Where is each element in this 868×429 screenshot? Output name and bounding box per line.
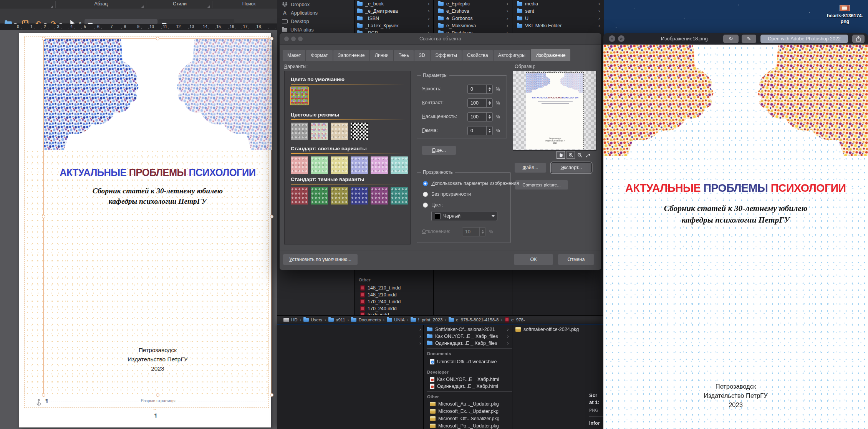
- quicklook-titlebar[interactable]: ✕ ⊘ Изображение18.png ↻ ✎ Open with Adob…: [603, 33, 868, 45]
- radio-color[interactable]: [423, 203, 428, 208]
- ok-button[interactable]: ОК: [514, 254, 553, 265]
- finder-item[interactable]: SoftMaker-Of...ssional-2021: [427, 327, 495, 332]
- markup-icon[interactable]: ✎: [742, 35, 756, 43]
- desktop-file-thumbnail[interactable]: [840, 5, 850, 11]
- finder-file[interactable]: Microsoft_Ex..._Updater.pkg: [430, 409, 499, 414]
- variant-dark-green[interactable]: [311, 187, 328, 205]
- zoom-in-tool[interactable]: [567, 151, 575, 159]
- finder-file[interactable]: Uninstall Offi...rt.webarchive: [430, 359, 497, 364]
- spinner-arrows[interactable]: [486, 126, 492, 135]
- contrast-field[interactable]: 100: [467, 98, 493, 108]
- finder-item[interactable]: e_Maksimova: [438, 23, 476, 28]
- finder-item[interactable]: _e_Дмитриева: [357, 8, 398, 14]
- finder-item[interactable]: _LaTex_Кручек: [357, 23, 399, 28]
- finder-file[interactable]: Как ONLYOF...E _ Хабр.html: [430, 377, 499, 382]
- variant-light-magenta[interactable]: [371, 156, 388, 174]
- finder-item[interactable]: media: [517, 1, 538, 7]
- variant-dark-purple[interactable]: [371, 187, 388, 205]
- finder-item[interactable]: e_Epileptic: [438, 1, 470, 7]
- more-button[interactable]: Еще...: [422, 145, 456, 155]
- selection-handle-ne[interactable]: [270, 37, 273, 40]
- finder-item[interactable]: e_Ershova: [438, 8, 469, 14]
- open-with-button[interactable]: Open with Adobe Photoshop 2022: [760, 35, 848, 43]
- tab-autoshapes[interactable]: Автофигуры: [494, 50, 530, 61]
- variant-light-yellow[interactable]: [331, 156, 348, 174]
- rotate-icon[interactable]: ↻: [723, 35, 739, 43]
- document-page[interactable]: АКТУАЛЬНЫЕ ПРОБЛЕМЫ ПСИХОЛОГИИ Сборник с…: [19, 33, 271, 427]
- cancel-button[interactable]: Отмена: [558, 254, 595, 265]
- finder-item[interactable]: _e_book: [357, 1, 384, 7]
- spinner-arrows[interactable]: [486, 113, 492, 121]
- ribbon-group-paragraph[interactable]: Абзац: [94, 1, 108, 7]
- path-item-file[interactable]: e_978-: [505, 317, 525, 323]
- sidebar-item-desktop[interactable]: Desktop: [282, 18, 309, 24]
- sidebar-item-applications[interactable]: A Applications: [282, 10, 318, 16]
- tab-effects[interactable]: Эффекты: [431, 50, 462, 61]
- sidebar-item-dropbox[interactable]: Dropbox: [282, 2, 310, 7]
- finder-item[interactable]: Как ONLYOF...E _ Хабр_files: [427, 334, 498, 339]
- variant-grayscale[interactable]: [291, 123, 308, 140]
- variant-default[interactable]: [291, 87, 308, 105]
- variant-dark-olive[interactable]: [331, 187, 348, 205]
- sample-preview-panel[interactable]: АКТУАЛЬНЫЕПРОБЛЕМЫПСИХОЛОГИИ Петрозаводс…: [513, 71, 596, 151]
- finder-item[interactable]: U: [517, 16, 528, 21]
- sidebar-item-unia-alias[interactable]: UNIA alias: [282, 27, 314, 33]
- finder-file[interactable]: 148_210.indd: [360, 292, 397, 298]
- hand-tool[interactable]: [557, 151, 565, 159]
- variant-dark-blue[interactable]: [351, 187, 368, 205]
- path-item[interactable]: a911: [328, 318, 345, 322]
- tab-image[interactable]: Изображение: [531, 49, 570, 61]
- export-button[interactable]: Экспорт...: [551, 163, 591, 173]
- selection-handle-sw[interactable]: [42, 393, 45, 397]
- finder-file[interactable]: 148_210_t.indd: [360, 285, 401, 291]
- finder-item[interactable]: VKL Metki Folder: [517, 23, 562, 28]
- brightness-field[interactable]: 0: [467, 85, 493, 94]
- selection-handle-e[interactable]: [270, 215, 273, 218]
- selection-handle-nw[interactable]: [42, 37, 45, 40]
- file-button[interactable]: Файл...: [514, 163, 547, 173]
- tab-fill[interactable]: Заполнение: [333, 50, 369, 61]
- tab-properties[interactable]: Свойства: [462, 50, 493, 61]
- spinner-arrows[interactable]: [486, 99, 492, 107]
- finder-file[interactable]: 170_240_t.indd: [360, 299, 401, 304]
- path-item[interactable]: e_978-5-8021-4158-8: [449, 318, 499, 322]
- variant-watermark[interactable]: [311, 123, 328, 140]
- tab-lines[interactable]: Линии: [370, 50, 393, 61]
- selection-handle-w[interactable]: [42, 215, 45, 218]
- variant-light-green[interactable]: [311, 156, 328, 174]
- finder-item[interactable]: Одиннадцат...E _ Хабр_files: [427, 341, 497, 346]
- selection-handle-n[interactable]: [156, 37, 159, 40]
- eyedropper-tool[interactable]: [584, 151, 592, 159]
- finder-item[interactable]: sent: [517, 8, 534, 14]
- tab-3d[interactable]: 3D: [414, 50, 430, 61]
- variant-light-cyan[interactable]: [391, 156, 408, 174]
- close-icon[interactable]: ✕: [609, 35, 615, 42]
- tab-layout[interactable]: Макет: [283, 50, 305, 61]
- move-handle-icon[interactable]: ↔: [153, 407, 157, 411]
- selection-handle-s[interactable]: [156, 393, 159, 397]
- transparency-color-dropdown[interactable]: Черный: [431, 211, 497, 221]
- saturation-field[interactable]: 100: [467, 112, 493, 121]
- finder-item[interactable]: e_Gorbonos: [438, 16, 473, 21]
- spinner-arrows[interactable]: [486, 85, 492, 93]
- selection-handle-se[interactable]: [270, 393, 273, 397]
- variant-dark-teal[interactable]: [391, 187, 408, 205]
- variant-dark-red[interactable]: [291, 187, 308, 205]
- zoom-out-tool[interactable]: [575, 151, 584, 159]
- tab-shadow[interactable]: Тень: [394, 50, 414, 61]
- finder-file[interactable]: 170_240.indd: [360, 306, 397, 311]
- path-item-hd[interactable]: HD: [283, 318, 298, 322]
- ribbon-group-styles[interactable]: Стили: [173, 1, 187, 7]
- variant-light-blue[interactable]: [351, 156, 368, 174]
- variant-light-red[interactable]: [291, 156, 308, 174]
- dialog-titlebar[interactable]: Свойства объекта: [280, 33, 601, 45]
- path-item[interactable]: Documents: [351, 318, 381, 322]
- share-icon[interactable]: [852, 35, 865, 43]
- gamma-field[interactable]: 0: [467, 126, 493, 135]
- compress-picture-button[interactable]: Compress picture...: [515, 180, 568, 190]
- fullscreen-disabled-icon[interactable]: ⊘: [618, 35, 624, 42]
- path-item[interactable]: Users: [303, 318, 322, 322]
- tab-format[interactable]: Формат: [306, 50, 332, 61]
- finder-file[interactable]: Microsoft_Off...Serializer.pkg: [430, 416, 500, 421]
- variant-sepia[interactable]: [331, 123, 348, 140]
